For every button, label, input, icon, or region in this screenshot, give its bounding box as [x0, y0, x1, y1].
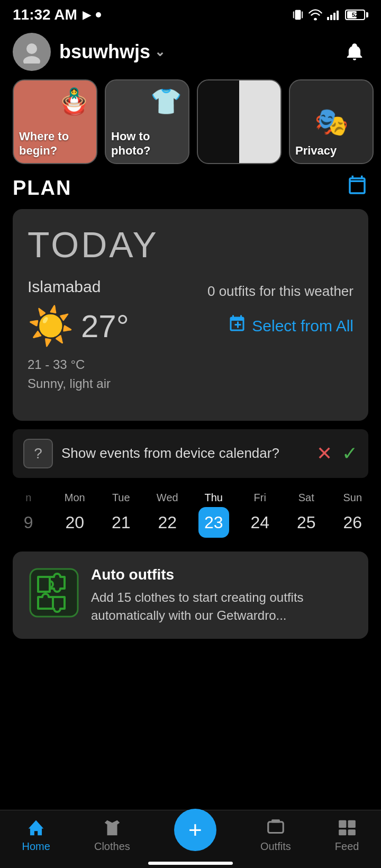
avatar[interactable] — [13, 33, 51, 71]
puzzle-icon — [28, 566, 80, 619]
day-cell-fri[interactable]: Fri 24 — [239, 492, 281, 538]
card-art-photo: 👕 — [150, 87, 182, 116]
day-label-sat: Sat — [298, 492, 314, 504]
svg-rect-5 — [333, 13, 335, 20]
temp-range: 21 - 33 °C — [28, 355, 190, 374]
nav-outfits-label: Outfits — [260, 840, 291, 853]
day-cell-mon[interactable]: Mon 20 — [53, 492, 96, 538]
username-display[interactable]: bsuwhwjs ⌄ — [59, 41, 165, 63]
time-display: 11:32 AM — [13, 6, 77, 23]
status-bar: 11:32 AM ▶ 52 — [0, 0, 381, 28]
card-art-mask: 🎭 — [314, 106, 349, 138]
day-label-fri: Fri — [254, 492, 266, 504]
day-num-23: 23 — [198, 507, 229, 538]
auto-outfits-description: Add 15 clothes to start creating outfits… — [91, 589, 353, 624]
outfits-count: 0 outfits for this weather — [207, 283, 353, 300]
today-card: TODAY Islamabad ☀️ 27° 21 - 33 °C Sunny,… — [13, 209, 368, 421]
home-icon — [26, 818, 46, 838]
nav-clothes[interactable]: Clothes — [94, 818, 130, 853]
card-art-begin: 🪆 — [58, 87, 90, 116]
day-num-25: 25 — [291, 507, 322, 538]
guide-cards-row: 🪆 Where to begin? 👕 How to photo? 🎭 Priv… — [0, 79, 381, 175]
outfits-icon — [266, 818, 286, 838]
temperature-display: 27° — [81, 308, 129, 345]
svg-rect-15 — [348, 829, 355, 835]
vibrate-icon — [292, 7, 304, 22]
play-icon: ▶ — [83, 8, 90, 21]
city-name: Islamabad — [28, 278, 190, 296]
question-mark: ? — [34, 445, 42, 462]
svg-rect-6 — [337, 11, 339, 20]
nav-feed-label: Feed — [335, 840, 359, 853]
sun-icon: ☀️ — [28, 304, 74, 348]
card-label-privacy: Privacy — [295, 144, 337, 158]
dot-indicator — [96, 12, 101, 17]
svg-rect-12 — [339, 820, 346, 827]
auto-outfits-title: Auto outfits — [91, 566, 353, 583]
day-label-mon: Mon — [65, 492, 85, 504]
day-label-tue: Tue — [112, 492, 130, 504]
guide-card-bw[interactable] — [197, 79, 282, 164]
select-from-all-button[interactable]: Select from All — [228, 314, 353, 338]
day-label-wed: Wed — [157, 492, 178, 504]
day-num-26: 26 — [337, 507, 368, 538]
weather-right: 0 outfits for this weather Select from A… — [190, 278, 353, 338]
wifi-icon — [308, 9, 323, 21]
clothes-icon — [102, 818, 122, 838]
nav-clothes-label: Clothes — [94, 840, 130, 853]
calendar-permission-banner: ? Show events from device calendar? ✕ ✓ — [13, 429, 368, 478]
day-num-20: 20 — [59, 507, 90, 538]
add-calendar-icon — [228, 314, 247, 333]
plan-header: PLAN — [0, 175, 381, 209]
day-cell-sun[interactable]: Sun 26 — [331, 492, 374, 538]
svg-rect-13 — [348, 820, 355, 827]
guide-card-how-to-photo[interactable]: 👕 How to photo? — [105, 79, 189, 164]
day-cell-thu[interactable]: Thu 23 — [193, 492, 235, 538]
svg-rect-10 — [268, 821, 284, 833]
weather-left: Islamabad ☀️ 27° 21 - 33 °C Sunny, light… — [28, 278, 190, 393]
nav-home[interactable]: Home — [22, 818, 50, 853]
svg-rect-1 — [293, 12, 294, 19]
nav-feed[interactable]: Feed — [335, 818, 359, 853]
svg-rect-14 — [339, 829, 346, 835]
day-num-9: 9 — [13, 507, 44, 538]
auto-outfits-card: Auto outfits Add 15 clothes to start cre… — [13, 551, 368, 639]
bottom-nav: Home Clothes + Outfits Feed — [0, 810, 381, 868]
day-cell-sat[interactable]: Sat 25 — [285, 492, 328, 538]
day-cell-tue[interactable]: Tue 21 — [100, 492, 142, 538]
week-calendar: n 9 Mon 20 Tue 21 Wed 22 Thu 23 Fri 24 S… — [0, 486, 381, 543]
guide-card-privacy[interactable]: 🎭 Privacy — [289, 79, 374, 164]
weather-condition: Sunny, light air — [28, 374, 190, 393]
day-cell-wed[interactable]: Wed 22 — [146, 492, 188, 538]
feed-icon — [337, 818, 357, 838]
plan-title: PLAN — [13, 177, 71, 200]
card-label-begin: Where to begin? — [19, 130, 96, 158]
battery-percent: 52 — [352, 12, 358, 18]
card-label-photo: How to photo? — [111, 130, 188, 158]
svg-point-8 — [23, 56, 40, 64]
day-num-22: 22 — [152, 507, 183, 538]
home-indicator — [148, 862, 233, 865]
calendar-allow-button[interactable]: ✓ — [342, 442, 358, 465]
day-num-24: 24 — [244, 507, 275, 538]
plan-calendar-button[interactable] — [346, 175, 368, 202]
status-icons: 52 — [292, 7, 368, 22]
day-label-sun: Sun — [343, 492, 362, 504]
temp-row: ☀️ 27° — [28, 304, 190, 348]
status-time: 11:32 AM ▶ — [13, 6, 101, 23]
username-chevron: ⌄ — [155, 44, 165, 59]
calendar-banner-text: Show events from device calendar? — [61, 445, 308, 463]
nav-add-button[interactable]: + — [174, 809, 216, 851]
notification-bell-button[interactable] — [341, 38, 368, 66]
day-cell-19[interactable]: n 9 — [7, 492, 50, 538]
calendar-deny-button[interactable]: ✕ — [316, 442, 332, 465]
calendar-banner-actions: ✕ ✓ — [316, 442, 358, 465]
plan-calendar-icon — [346, 175, 368, 197]
add-icon: + — [188, 817, 202, 843]
svg-point-7 — [26, 43, 37, 54]
svg-rect-0 — [295, 10, 301, 20]
today-label: TODAY — [28, 224, 353, 265]
svg-rect-11 — [271, 819, 280, 822]
nav-outfits[interactable]: Outfits — [260, 818, 291, 853]
guide-card-where-to-begin[interactable]: 🪆 Where to begin? — [13, 79, 97, 164]
